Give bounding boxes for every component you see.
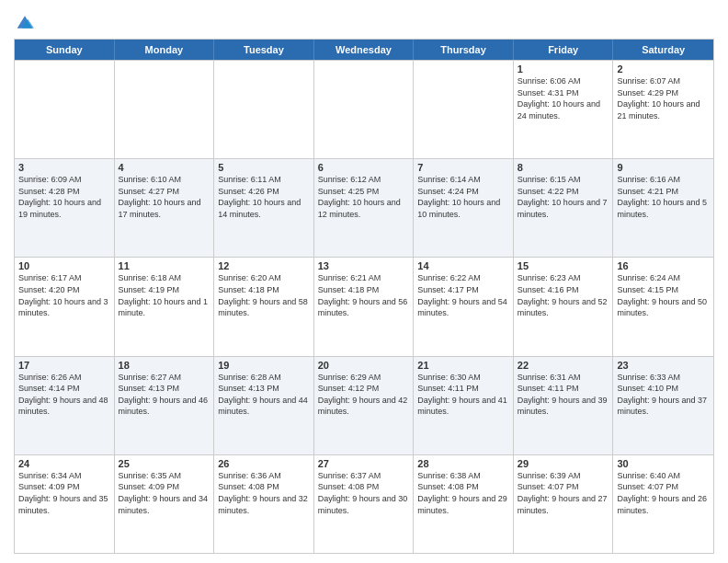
day-info: Sunrise: 6:11 AMSunset: 4:26 PMDaylight:… (218, 174, 310, 220)
day-info: Sunrise: 6:12 AMSunset: 4:25 PMDaylight:… (318, 174, 410, 220)
cal-cell-1: 1Sunrise: 6:06 AMSunset: 4:31 PMDaylight… (514, 61, 614, 158)
day-info: Sunrise: 6:26 AMSunset: 4:14 PMDaylight:… (18, 372, 110, 418)
day-number: 24 (18, 458, 110, 469)
cal-cell-23: 23Sunrise: 6:33 AMSunset: 4:10 PMDayligh… (613, 357, 713, 454)
cal-cell-8: 8Sunrise: 6:15 AMSunset: 4:22 PMDaylight… (514, 159, 614, 257)
day-info: Sunrise: 6:36 AMSunset: 4:08 PMDaylight:… (218, 470, 310, 516)
calendar-body: 1Sunrise: 6:06 AMSunset: 4:31 PMDaylight… (15, 60, 713, 553)
cal-cell-15: 15Sunrise: 6:23 AMSunset: 4:16 PMDayligh… (514, 258, 614, 355)
cal-cell-12: 12Sunrise: 6:20 AMSunset: 4:18 PMDayligh… (214, 258, 314, 355)
cal-row-3: 17Sunrise: 6:26 AMSunset: 4:14 PMDayligh… (15, 356, 713, 454)
day-info: Sunrise: 6:17 AMSunset: 4:20 PMDaylight:… (18, 272, 110, 318)
cal-cell-27: 27Sunrise: 6:37 AMSunset: 4:08 PMDayligh… (314, 455, 415, 553)
day-info: Sunrise: 6:15 AMSunset: 4:22 PMDaylight:… (518, 174, 609, 220)
day-number: 5 (218, 162, 310, 173)
day-number: 6 (318, 162, 410, 173)
day-number: 23 (617, 360, 710, 371)
day-info: Sunrise: 6:40 AMSunset: 4:07 PMDaylight:… (617, 470, 710, 516)
cal-cell-5: 5Sunrise: 6:11 AMSunset: 4:26 PMDaylight… (214, 159, 314, 257)
day-info: Sunrise: 6:23 AMSunset: 4:16 PMDaylight:… (518, 272, 609, 318)
cal-cell-10: 10Sunrise: 6:17 AMSunset: 4:20 PMDayligh… (15, 258, 115, 355)
cal-cell-empty-4 (414, 61, 514, 158)
day-number: 27 (318, 458, 410, 469)
cal-cell-7: 7Sunrise: 6:14 AMSunset: 4:24 PMDaylight… (414, 159, 514, 257)
cal-cell-22: 22Sunrise: 6:31 AMSunset: 4:11 PMDayligh… (514, 357, 614, 454)
day-info: Sunrise: 6:06 AMSunset: 4:31 PMDaylight:… (518, 75, 609, 121)
logo-icon (16, 13, 34, 31)
cal-cell-21: 21Sunrise: 6:30 AMSunset: 4:11 PMDayligh… (414, 357, 514, 454)
cal-cell-14: 14Sunrise: 6:22 AMSunset: 4:17 PMDayligh… (414, 258, 514, 355)
cal-cell-20: 20Sunrise: 6:29 AMSunset: 4:12 PMDayligh… (314, 357, 415, 454)
cal-cell-13: 13Sunrise: 6:21 AMSunset: 4:18 PMDayligh… (314, 258, 415, 355)
cal-cell-30: 30Sunrise: 6:40 AMSunset: 4:07 PMDayligh… (613, 455, 713, 553)
cal-cell-24: 24Sunrise: 6:34 AMSunset: 4:09 PMDayligh… (15, 455, 115, 553)
cal-cell-2: 2Sunrise: 6:07 AMSunset: 4:29 PMDaylight… (613, 61, 713, 158)
cal-row-0: 1Sunrise: 6:06 AMSunset: 4:31 PMDaylight… (15, 60, 713, 158)
day-number: 11 (119, 260, 210, 271)
header-day-monday: Monday (115, 40, 215, 60)
header-day-thursday: Thursday (414, 40, 514, 60)
day-info: Sunrise: 6:10 AMSunset: 4:27 PMDaylight:… (119, 174, 210, 220)
day-info: Sunrise: 6:34 AMSunset: 4:09 PMDaylight:… (18, 470, 110, 516)
cal-cell-empty-2 (214, 61, 314, 158)
day-number: 17 (18, 360, 110, 371)
day-number: 10 (18, 260, 110, 271)
header-day-wednesday: Wednesday (314, 40, 415, 60)
day-number: 20 (318, 360, 410, 371)
cal-row-4: 24Sunrise: 6:34 AMSunset: 4:09 PMDayligh… (15, 454, 713, 553)
day-number: 2 (617, 63, 710, 75)
day-number: 29 (518, 458, 609, 469)
day-number: 25 (119, 458, 210, 469)
day-info: Sunrise: 6:14 AMSunset: 4:24 PMDaylight:… (417, 174, 509, 220)
header (14, 9, 714, 31)
day-info: Sunrise: 6:37 AMSunset: 4:08 PMDaylight:… (318, 470, 410, 516)
cal-cell-26: 26Sunrise: 6:36 AMSunset: 4:08 PMDayligh… (214, 455, 314, 553)
day-info: Sunrise: 6:30 AMSunset: 4:11 PMDaylight:… (417, 372, 509, 418)
day-info: Sunrise: 6:07 AMSunset: 4:29 PMDaylight:… (617, 75, 710, 121)
cal-cell-empty-0 (15, 61, 115, 158)
day-number: 18 (119, 360, 210, 371)
cal-cell-28: 28Sunrise: 6:38 AMSunset: 4:08 PMDayligh… (414, 455, 514, 553)
day-number: 4 (119, 162, 210, 173)
day-number: 22 (518, 360, 609, 371)
header-day-friday: Friday (514, 40, 614, 60)
cal-cell-empty-1 (115, 61, 215, 158)
day-number: 14 (417, 260, 509, 271)
header-day-saturday: Saturday (613, 40, 713, 60)
day-number: 1 (518, 63, 609, 75)
day-info: Sunrise: 6:35 AMSunset: 4:09 PMDaylight:… (119, 470, 210, 516)
day-info: Sunrise: 6:29 AMSunset: 4:12 PMDaylight:… (318, 372, 410, 418)
logo (14, 13, 34, 31)
calendar-header: SundayMondayTuesdayWednesdayThursdayFrid… (15, 40, 713, 60)
day-number: 13 (318, 260, 410, 271)
cal-cell-29: 29Sunrise: 6:39 AMSunset: 4:07 PMDayligh… (514, 455, 614, 553)
cal-row-1: 3Sunrise: 6:09 AMSunset: 4:28 PMDaylight… (15, 158, 713, 257)
day-number: 15 (518, 260, 609, 271)
day-number: 21 (417, 360, 509, 371)
day-number: 28 (417, 458, 509, 469)
day-info: Sunrise: 6:39 AMSunset: 4:07 PMDaylight:… (518, 470, 609, 516)
cal-cell-19: 19Sunrise: 6:28 AMSunset: 4:13 PMDayligh… (214, 357, 314, 454)
day-info: Sunrise: 6:21 AMSunset: 4:18 PMDaylight:… (318, 272, 410, 318)
cal-cell-4: 4Sunrise: 6:10 AMSunset: 4:27 PMDaylight… (115, 159, 215, 257)
day-info: Sunrise: 6:24 AMSunset: 4:15 PMDaylight:… (617, 272, 710, 318)
cal-cell-9: 9Sunrise: 6:16 AMSunset: 4:21 PMDaylight… (613, 159, 713, 257)
day-info: Sunrise: 6:20 AMSunset: 4:18 PMDaylight:… (218, 272, 310, 318)
day-number: 7 (417, 162, 509, 173)
cal-cell-6: 6Sunrise: 6:12 AMSunset: 4:25 PMDaylight… (314, 159, 415, 257)
header-day-tuesday: Tuesday (214, 40, 314, 60)
day-info: Sunrise: 6:16 AMSunset: 4:21 PMDaylight:… (617, 174, 710, 220)
day-number: 16 (617, 260, 710, 271)
cal-cell-16: 16Sunrise: 6:24 AMSunset: 4:15 PMDayligh… (613, 258, 713, 355)
header-day-sunday: Sunday (15, 40, 115, 60)
day-number: 19 (218, 360, 310, 371)
day-info: Sunrise: 6:28 AMSunset: 4:13 PMDaylight:… (218, 372, 310, 418)
cal-cell-3: 3Sunrise: 6:09 AMSunset: 4:28 PMDaylight… (15, 159, 115, 257)
day-number: 30 (617, 458, 710, 469)
day-info: Sunrise: 6:38 AMSunset: 4:08 PMDaylight:… (417, 470, 509, 516)
day-number: 8 (518, 162, 609, 173)
day-info: Sunrise: 6:27 AMSunset: 4:13 PMDaylight:… (119, 372, 210, 418)
day-info: Sunrise: 6:33 AMSunset: 4:10 PMDaylight:… (617, 372, 710, 418)
day-info: Sunrise: 6:09 AMSunset: 4:28 PMDaylight:… (18, 174, 110, 220)
day-info: Sunrise: 6:31 AMSunset: 4:11 PMDaylight:… (518, 372, 609, 418)
